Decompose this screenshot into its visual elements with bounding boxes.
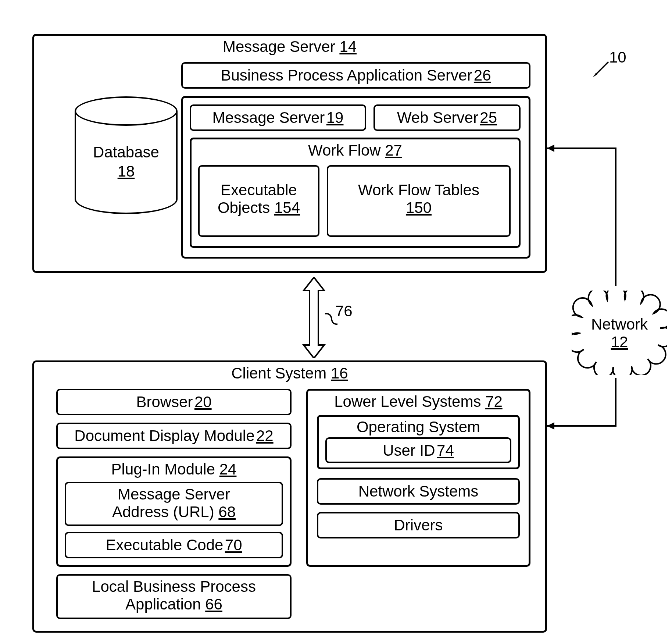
local-business-process-app-box: Local Business Process Application 66 [56, 574, 292, 619]
inner-server-box: Message Server 19 Web Server 25 Work Flo… [181, 96, 530, 259]
lower-level-systems-title: Lower Level Systems 72 [308, 393, 529, 410]
workflow-box: Work Flow 27 Executable Objects 154 Work… [190, 138, 521, 248]
client-system-box: Client System 16 Browser 20 Document Dis… [32, 360, 547, 633]
workflow-title: Work Flow 27 [192, 142, 519, 159]
database-number: 18 [118, 163, 135, 180]
svg-marker-4 [547, 422, 554, 430]
bidirectional-arrow-icon [301, 277, 327, 358]
client-system-title: Client System 16 [34, 364, 545, 382]
database-label: Database [93, 143, 159, 161]
diagram-canvas: 10 Message Server 14 Database 18 Busines… [15, 15, 672, 633]
bpas-box: Business Process Application Server 26 [181, 62, 530, 89]
network-arrows [546, 146, 671, 448]
user-id-box: User ID 74 [325, 437, 511, 463]
web-server-box: Web Server 25 [373, 104, 521, 131]
document-display-module-box: Document Display Module 22 [56, 423, 292, 449]
plugin-module-box: Plug-In Module 24 Message Server Address… [56, 456, 292, 567]
operating-system-label: Operating System [357, 418, 480, 435]
network-label: Network 12 [572, 316, 667, 351]
drivers-box: Drivers [317, 512, 520, 538]
message-server-19-box: Message Server 19 [190, 104, 366, 131]
database-cylinder: Database 18 [75, 96, 178, 214]
executable-code-box: Executable Code 70 [65, 532, 283, 558]
workflow-tables-box: Work Flow Tables 150 [327, 165, 511, 237]
operating-system-box: Operating System User ID 74 [317, 415, 520, 469]
lower-level-systems-box: Lower Level Systems 72 Operating System … [306, 389, 530, 567]
connector-reference-76: 76 [335, 302, 353, 320]
leader-arrow-icon [592, 61, 609, 78]
message-server-title: Message Server 14 [34, 38, 545, 56]
message-server-box: Message Server 14 Database 18 Business P… [32, 34, 547, 273]
executable-objects-box: Executable Objects 154 [198, 165, 319, 237]
svg-marker-2 [304, 277, 324, 358]
browser-box: Browser 20 [56, 389, 292, 415]
plugin-module-title: Plug-In Module 24 [58, 460, 290, 478]
network-systems-box: Network Systems [317, 478, 520, 505]
svg-line-0 [595, 62, 608, 75]
figure-reference-10: 10 [609, 49, 626, 66]
svg-marker-3 [547, 145, 554, 152]
message-server-address-box: Message Server Address (URL) 68 [65, 482, 283, 526]
leader-curve-icon [324, 312, 338, 326]
